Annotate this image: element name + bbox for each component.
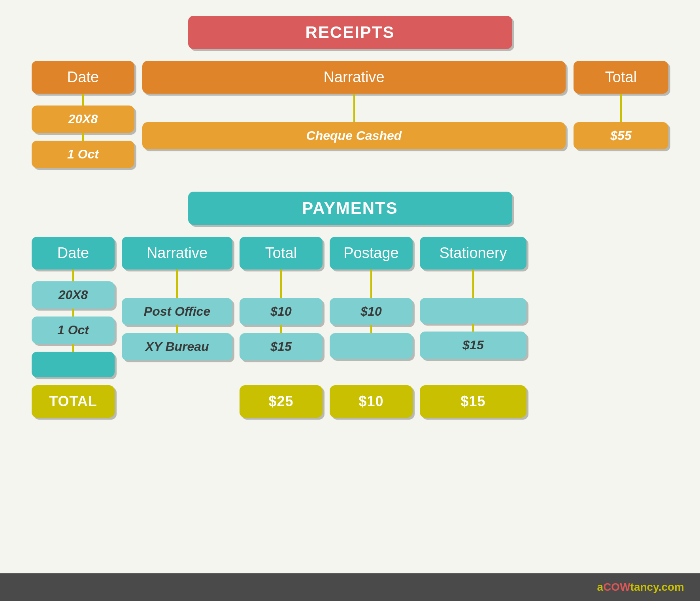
receipts-total-col: Total $55: [574, 61, 668, 149]
receipts-total-value: $55: [574, 122, 668, 149]
totals-stationery-value: $15: [420, 385, 526, 418]
pay-postage-connector-2: [370, 325, 372, 333]
date-connector-1: [82, 94, 84, 106]
pay-total-connector-2: [280, 325, 282, 333]
pay-narrative-col: Narrative Post Office XY Bureau: [122, 237, 232, 360]
pay-date-connector-2: [72, 309, 74, 317]
receipts-date-col: Date 20X8 1 Oct: [32, 61, 134, 168]
pay-postage-header: Postage: [330, 237, 413, 269]
pay-total-header: Total: [240, 237, 323, 269]
pay-date-row2: [32, 352, 115, 377]
receipts-section: RECEIPTS Date 20X8 1 Oct Narrative Chequ…: [32, 16, 668, 168]
pay-total-row1: $10: [240, 298, 323, 325]
brand-a: a: [597, 581, 604, 593]
pay-date-connector-3: [72, 344, 74, 352]
narrative-connector: [353, 94, 355, 122]
receipts-grid: Date 20X8 1 Oct Narrative Cheque Cashed …: [32, 61, 668, 168]
receipts-date-value: 1 Oct: [32, 141, 134, 168]
pay-stationery-col: Stationery $15: [420, 237, 526, 359]
brand-cow: COW: [603, 581, 630, 593]
totals-label: TOTAL: [32, 385, 115, 418]
receipts-narrative-value: Cheque Cashed: [142, 122, 566, 149]
payments-grid: Date 20X8 1 Oct Narrative Post Office: [32, 237, 668, 377]
pay-postage-row1: $10: [330, 298, 413, 325]
pay-narrative-header: Narrative: [122, 237, 232, 269]
pay-date-header: Date: [32, 237, 115, 269]
footer: aCOWtancy.com: [0, 573, 700, 601]
pay-year: 20X8: [32, 281, 115, 309]
pay-date-row1: 1 Oct: [32, 317, 115, 344]
pay-date-connector-1: [72, 269, 74, 281]
payments-section: PAYMENTS Date 20X8 1 Oct Narrative: [32, 192, 668, 418]
pay-postage-connector-1: [370, 269, 372, 298]
totals-row: TOTAL $25 $10 $15: [32, 385, 668, 418]
pay-narrative-row2: XY Bureau: [122, 333, 232, 360]
pay-stationery-row1: [420, 298, 526, 324]
brand-tancy: tancy.com: [630, 581, 684, 593]
pay-stationery-connector-1: [472, 269, 474, 298]
totals-total-value: $25: [240, 385, 323, 418]
pay-total-row2: $15: [240, 333, 323, 360]
pay-stationery-header: Stationery: [420, 237, 526, 269]
brand: aCOWtancy.com: [597, 581, 684, 593]
pay-date-col: Date 20X8 1 Oct: [32, 237, 115, 377]
pay-total-col: Total $10 $15: [240, 237, 323, 360]
pay-narrative-connector-1: [176, 269, 178, 298]
totals-postage-value: $10: [330, 385, 413, 418]
total-connector: [620, 94, 622, 122]
pay-stationery-connector-2: [472, 324, 474, 332]
pay-postage-row2: [330, 333, 413, 359]
payments-header: PAYMENTS: [188, 192, 512, 225]
pay-postage-col: Postage $10: [330, 237, 413, 359]
pay-total-connector-1: [280, 269, 282, 298]
receipts-header: RECEIPTS: [188, 16, 512, 49]
pay-stationery-row2: $15: [420, 332, 526, 359]
receipts-narrative-header: Narrative: [142, 61, 566, 94]
pay-narrative-row1: Post Office: [122, 298, 232, 325]
receipts-total-header: Total: [574, 61, 668, 94]
date-connector-2: [82, 133, 84, 141]
receipts-narrative-col: Narrative Cheque Cashed: [142, 61, 566, 149]
receipts-date-header: Date: [32, 61, 134, 94]
pay-narrative-connector-2: [176, 325, 178, 333]
receipts-year: 20X8: [32, 106, 134, 133]
